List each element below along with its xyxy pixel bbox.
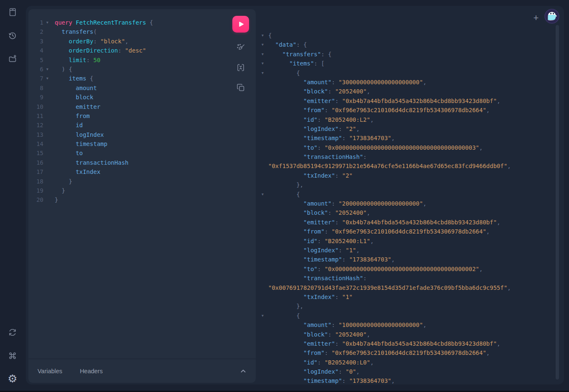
fold-arrow-icon[interactable]: ▾ [262, 311, 268, 320]
line-number: 2 [28, 27, 43, 36]
code-line[interactable]: 2 transfers( [28, 27, 256, 36]
code-line[interactable]: 6▾ ) { [28, 65, 256, 74]
line-number: 16 [28, 158, 43, 167]
copy-query-icon[interactable] [236, 83, 246, 93]
fold-arrow-icon[interactable]: ▾ [43, 65, 55, 74]
line-number: 14 [28, 139, 43, 148]
settings-gear-icon[interactable]: ⚙ [8, 374, 18, 384]
response-line: }, [256, 302, 564, 311]
response-line: "id": "B2052400:L2", [256, 115, 564, 124]
code-line[interactable]: 15 to [28, 148, 256, 158]
fold-spacer [262, 218, 268, 227]
response-line: "timestamp": "1738364703", [256, 255, 564, 264]
fold-spacer [262, 87, 268, 96]
fold-arrow-icon[interactable]: ▾ [262, 40, 268, 49]
fold-spacer [262, 124, 268, 133]
fold-spacer [262, 302, 268, 311]
response-line: "amount": "3000000000000000000000", [256, 78, 564, 87]
line-number: 5 [28, 55, 43, 65]
response-line: ▾ "transfers": { [256, 50, 564, 59]
code-line[interactable]: 14 timestamp [28, 139, 256, 148]
line-number: 11 [28, 111, 43, 121]
code-line[interactable]: 11 from [28, 111, 256, 121]
response-line: ▾{ [256, 31, 564, 40]
fold-spacer [262, 78, 268, 87]
fold-spacer [262, 227, 268, 236]
merge-fragments-icon[interactable] [236, 63, 246, 73]
prettify-icon[interactable] [236, 43, 246, 53]
fold-arrow-icon[interactable]: ▾ [43, 18, 55, 27]
fold-spacer [262, 330, 268, 339]
tab-variables[interactable]: Variables [38, 368, 62, 374]
response-line: "block": "2052400", [256, 208, 564, 217]
code-line[interactable]: 18 } [28, 177, 256, 186]
line-number: 7 [28, 74, 43, 83]
code-line[interactable]: 19 } [28, 186, 256, 195]
fold-spacer [43, 139, 55, 148]
code-line[interactable]: 7▾ items { [28, 74, 256, 83]
new-collection-icon[interactable] [8, 54, 18, 64]
fold-arrow-icon[interactable]: ▾ [262, 59, 268, 68]
keyboard-shortcuts-icon[interactable] [8, 351, 18, 361]
response-line: "logIndex": "2", [256, 124, 564, 133]
fold-arrow-icon[interactable]: ▾ [262, 68, 268, 78]
code-line[interactable]: 17 txIndex [28, 167, 256, 176]
response-line: "id": "B2052400:L0", [256, 358, 564, 367]
fold-spacer [43, 27, 55, 36]
response-line: "timestamp": "1738364703", [256, 376, 564, 384]
fold-spacer [262, 246, 268, 255]
code-line[interactable]: 5 limit: 50 [28, 55, 256, 65]
response-line: "from": "0xf96e7963c210106d4dc8219fb5343… [256, 227, 564, 236]
response-scrollbar[interactable] [556, 25, 559, 379]
line-number: 13 [28, 130, 43, 139]
fold-spacer [43, 83, 55, 93]
fold-arrow-icon[interactable]: ▾ [262, 50, 268, 59]
line-number: 6 [28, 65, 43, 74]
fold-arrow-icon[interactable]: ▾ [43, 74, 55, 83]
fold-spacer [262, 96, 268, 106]
collapse-tools-button[interactable] [240, 368, 247, 374]
code-line[interactable]: 16 transactionHash [28, 158, 256, 167]
code-line[interactable]: 20} [28, 195, 256, 204]
fold-spacer [43, 46, 55, 55]
response-line: }, [256, 180, 564, 189]
fold-spacer [262, 180, 268, 189]
docs-icon[interactable] [8, 7, 18, 17]
line-number: 3 [28, 37, 43, 46]
history-icon[interactable] [8, 30, 18, 40]
response-line: "txIndex": "2" [256, 171, 564, 180]
code-line[interactable]: 10 emitter [28, 102, 256, 111]
add-tab-button[interactable]: + [531, 13, 541, 23]
fold-spacer [262, 106, 268, 115]
code-line[interactable]: 12 id [28, 121, 256, 130]
code-line[interactable]: 4 orderDirection: "desc" [28, 46, 256, 55]
fold-spacer [43, 186, 55, 195]
tab-headers[interactable]: Headers [80, 368, 103, 374]
app-sidebar: ⚙ [0, 0, 26, 392]
line-number: 19 [28, 186, 43, 195]
fold-spacer [262, 292, 268, 302]
line-number: 20 [28, 195, 43, 204]
response-line: "from": "0xf96e7963c210106d4dc8219fb5343… [256, 348, 564, 357]
fold-spacer [43, 55, 55, 65]
line-number: 15 [28, 148, 43, 158]
fold-spacer [262, 208, 268, 217]
response-line: ▾ { [256, 311, 564, 320]
code-line[interactable]: 13 logIndex [28, 130, 256, 139]
refetch-schema-icon[interactable] [8, 327, 18, 337]
fold-arrow-icon[interactable]: ▾ [262, 190, 268, 199]
fold-spacer [262, 274, 268, 283]
code-line[interactable]: 3 orderBy: "block", [28, 37, 256, 46]
response-line: "timestamp": "1738364703", [256, 133, 564, 143]
line-number: 8 [28, 83, 43, 93]
code-line[interactable]: 9 block [28, 93, 256, 102]
response-viewer: ▾{▾ "data": {▾ "transfers": {▾ "items": … [256, 31, 564, 384]
execute-query-button[interactable] [232, 16, 249, 33]
fold-arrow-icon[interactable]: ▾ [262, 31, 268, 40]
fold-spacer [262, 339, 268, 348]
code-line[interactable]: 8 amount [28, 83, 256, 93]
ponder-ghost-logo-icon [544, 8, 560, 24]
query-editor[interactable]: 1▾query FetchRecentTransfers {2 transfer… [28, 9, 256, 359]
fold-spacer [262, 376, 268, 384]
code-line[interactable]: 1▾query FetchRecentTransfers { [28, 18, 256, 27]
